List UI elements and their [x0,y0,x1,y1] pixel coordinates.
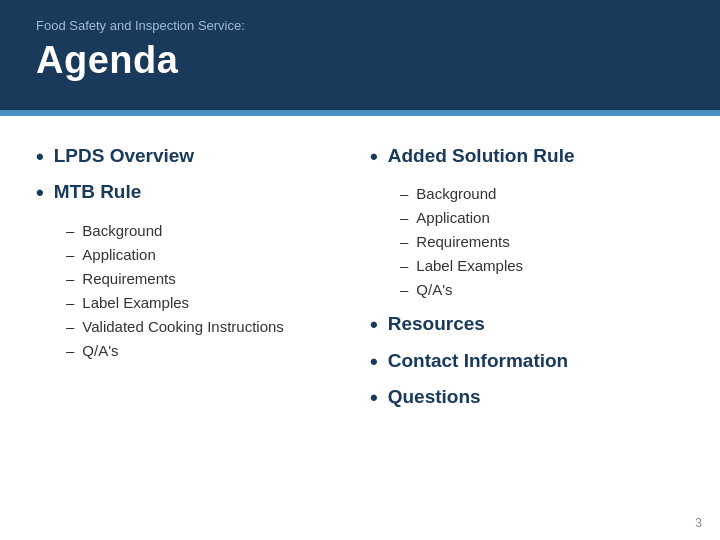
bullet-dot-mtb: • [36,180,44,206]
bullet-questions: • Questions [370,385,684,411]
list-item: – Label Examples [400,254,684,278]
list-item: – Application [400,206,684,230]
dash-icon: – [66,243,74,267]
bullet-mtb: • MTB Rule [36,180,350,206]
added-solution-sub-list: – Background – Application – Requirement… [400,182,684,302]
bullet-label-questions: Questions [388,385,481,410]
dash-icon: – [66,339,74,363]
mtb-sub-list: – Background – Application – Requirement… [66,219,350,363]
list-item: – Label Examples [66,291,350,315]
list-item: – Q/A's [66,339,350,363]
dash-icon: – [66,219,74,243]
sub-item-label: Requirements [82,267,175,291]
dash-icon: – [66,315,74,339]
dash-icon: – [400,278,408,302]
slide: Food Safety and Inspection Service: Agen… [0,0,720,540]
bullet-added-solution: • Added Solution Rule [370,144,684,170]
dash-icon: – [400,182,408,206]
sub-item-label: Label Examples [416,254,523,278]
dash-icon: – [400,230,408,254]
sub-item-label: Q/A's [416,278,452,302]
sub-item-label: Background [416,182,496,206]
list-item: – Q/A's [400,278,684,302]
list-item: – Requirements [400,230,684,254]
bullet-label-mtb: MTB Rule [54,180,142,205]
bullet-dot-lpds: • [36,144,44,170]
list-item: – Background [400,182,684,206]
bullet-label-contact: Contact Information [388,349,569,374]
dash-icon: – [400,206,408,230]
header-subtitle: Food Safety and Inspection Service: [36,18,684,33]
bullet-label-added: Added Solution Rule [388,144,575,169]
list-item: – Validated Cooking Instructions [66,315,350,339]
sub-item-label: Label Examples [82,291,189,315]
list-item: – Application [66,243,350,267]
content-area: • LPDS Overview • MTB Rule – Background … [0,116,720,540]
bullet-resources: • Resources [370,312,684,338]
dash-icon: – [400,254,408,278]
header: Food Safety and Inspection Service: Agen… [0,0,720,110]
header-title: Agenda [36,39,684,82]
page-number: 3 [695,516,702,530]
sub-item-label: Application [82,243,155,267]
bullet-dot-questions: • [370,385,378,411]
bullet-dot-added: • [370,144,378,170]
bullet-contact: • Contact Information [370,349,684,375]
sub-item-label: Background [82,219,162,243]
bullet-label-lpds: LPDS Overview [54,144,194,169]
right-column: • Added Solution Rule – Background – App… [370,144,684,512]
sub-item-label: Application [416,206,489,230]
bullet-label-resources: Resources [388,312,485,337]
list-item: – Requirements [66,267,350,291]
sub-item-label: Q/A's [82,339,118,363]
sub-item-label: Validated Cooking Instructions [82,315,284,339]
dash-icon: – [66,291,74,315]
bullet-dot-resources: • [370,312,378,338]
bullet-dot-contact: • [370,349,378,375]
bullet-lpds: • LPDS Overview [36,144,350,170]
sub-item-label: Requirements [416,230,509,254]
list-item: – Background [66,219,350,243]
dash-icon: – [66,267,74,291]
left-column: • LPDS Overview • MTB Rule – Background … [36,144,350,512]
